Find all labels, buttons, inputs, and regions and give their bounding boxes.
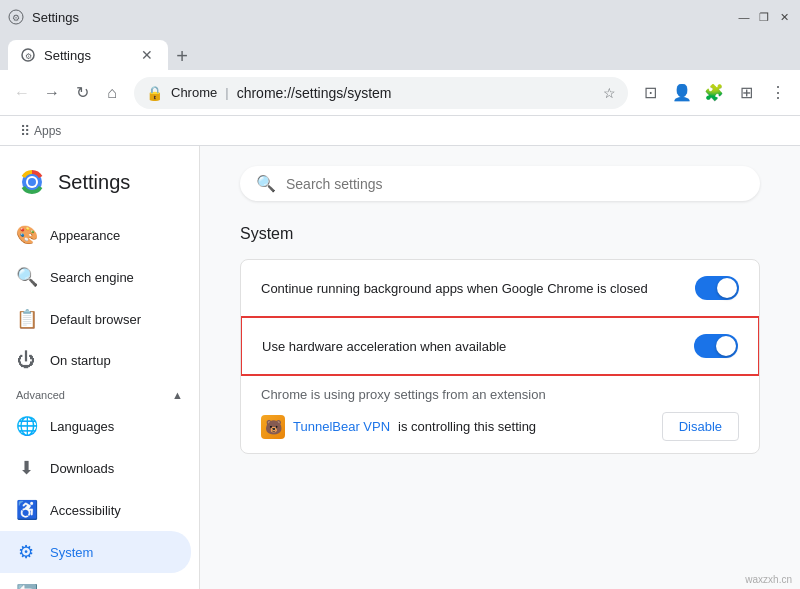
apps-grid-icon: ⠿	[20, 123, 30, 139]
lock-icon: 🔒	[146, 85, 163, 101]
back-button[interactable]: ←	[8, 79, 36, 107]
hardware-acceleration-setting: Use hardware acceleration when available	[240, 316, 760, 376]
proxy-row: Chrome is using proxy settings from an e…	[241, 375, 759, 453]
tunnelbear-icon: 🐻	[261, 415, 285, 439]
profile-icon[interactable]: 👤	[668, 79, 696, 107]
sidebar-label-appearance: Appearance	[50, 228, 120, 243]
forward-button[interactable]: →	[38, 79, 66, 107]
main-content: Settings 🎨 Appearance 🔍 Search engine 📋 …	[0, 146, 800, 589]
close-button[interactable]: ✕	[776, 9, 792, 25]
sidebar-item-languages[interactable]: 🌐 Languages	[0, 405, 191, 447]
svg-text:⚙: ⚙	[25, 52, 32, 61]
search-input[interactable]	[286, 176, 744, 192]
window-favicon: ⚙	[8, 9, 24, 25]
background-apps-label: Continue running background apps when Go…	[261, 281, 695, 296]
appearance-icon: 🎨	[16, 224, 36, 246]
on-startup-icon: ⏻	[16, 350, 36, 371]
svg-text:⚙: ⚙	[12, 13, 20, 23]
disable-button[interactable]: Disable	[662, 412, 739, 441]
hardware-acceleration-toggle[interactable]	[694, 334, 738, 358]
search-bar: 🔍	[240, 166, 760, 201]
settings-card: Continue running background apps when Go…	[240, 259, 760, 454]
apps-label: Apps	[34, 124, 61, 138]
maximize-button[interactable]: ❐	[756, 9, 772, 25]
sidebar-label-search-engine: Search engine	[50, 270, 134, 285]
apps-bookmark[interactable]: ⠿ Apps	[12, 121, 69, 141]
tab-bar: ⚙ Settings ✕ +	[0, 34, 800, 70]
sidebar-item-appearance[interactable]: 🎨 Appearance	[0, 214, 191, 256]
tab-favicon: ⚙	[20, 47, 36, 63]
nav-buttons: ← → ↻ ⌂	[8, 79, 126, 107]
settings-title: Settings	[58, 171, 130, 194]
sidebar-label-accessibility: Accessibility	[50, 503, 121, 518]
bookmarks-bar: ⠿ Apps	[0, 116, 800, 146]
sidebar-label-system: System	[50, 545, 93, 560]
search-engine-icon: 🔍	[16, 266, 36, 288]
background-apps-toggle[interactable]	[695, 276, 739, 300]
bookmark-icon[interactable]: ☆	[603, 85, 616, 101]
new-tab-button[interactable]: +	[168, 42, 196, 70]
watermark: waxzxh.cn	[745, 574, 792, 585]
background-apps-setting: Continue running background apps when Go…	[241, 260, 759, 317]
tab-close-button[interactable]: ✕	[138, 46, 156, 64]
sidebar-label-downloads: Downloads	[50, 461, 114, 476]
hardware-acceleration-label: Use hardware acceleration when available	[262, 339, 694, 354]
url-actions: ☆	[603, 85, 616, 101]
reset-icon: 🔄	[16, 583, 36, 589]
languages-icon: 🌐	[16, 415, 36, 437]
sidebar-label-default-browser: Default browser	[50, 312, 141, 327]
sidebar-label-on-startup: On startup	[50, 353, 111, 368]
address-bar: ← → ↻ ⌂ 🔒 Chrome | chrome://settings/sys…	[0, 70, 800, 116]
minimize-button[interactable]: —	[736, 9, 752, 25]
tab-title: Settings	[32, 10, 79, 25]
home-button[interactable]: ⌂	[98, 79, 126, 107]
advanced-label-text: Advanced	[16, 389, 65, 401]
sidebar-label-languages: Languages	[50, 419, 114, 434]
sidebar-item-search-engine[interactable]: 🔍 Search engine	[0, 256, 191, 298]
title-bar: ⚙ Settings — ❐ ✕	[0, 0, 800, 34]
url-text: chrome://settings/system	[237, 85, 595, 101]
site-label: Chrome	[171, 85, 217, 100]
section-title: System	[240, 225, 760, 243]
downloads-sidebar-icon: ⬇	[16, 457, 36, 479]
reload-button[interactable]: ↻	[68, 79, 96, 107]
cast-icon[interactable]: ⊞	[732, 79, 760, 107]
sidebar-item-on-startup[interactable]: ⏻ On startup	[0, 340, 191, 381]
sidebar-header: Settings	[0, 158, 199, 214]
extensions-icon[interactable]: 🧩	[700, 79, 728, 107]
svg-point-6	[28, 178, 36, 186]
url-separator: |	[225, 85, 228, 100]
proxy-label: Chrome is using proxy settings from an e…	[261, 387, 739, 402]
advanced-section-label[interactable]: Advanced ▲	[0, 381, 199, 405]
accessibility-icon: ♿	[16, 499, 36, 521]
proxy-info: 🐻 TunnelBear VPN is controlling this set…	[261, 412, 739, 441]
extension-link[interactable]: TunnelBear VPN	[293, 419, 390, 434]
sidebar-item-system[interactable]: ⚙ System	[0, 531, 191, 573]
menu-button[interactable]: ⋮	[764, 79, 792, 107]
url-bar[interactable]: 🔒 Chrome | chrome://settings/system ☆	[134, 77, 628, 109]
tab-label: Settings	[44, 48, 91, 63]
sidebar: Settings 🎨 Appearance 🔍 Search engine 📋 …	[0, 146, 200, 589]
chrome-logo	[16, 166, 48, 198]
advanced-collapse-icon: ▲	[172, 389, 183, 401]
extension-suffix: is controlling this setting	[398, 419, 536, 434]
sidebar-item-accessibility[interactable]: ♿ Accessibility	[0, 489, 191, 531]
sidebar-item-default-browser[interactable]: 📋 Default browser	[0, 298, 191, 340]
default-browser-icon: 📋	[16, 308, 36, 330]
sidebar-item-reset-clean-up[interactable]: 🔄 Reset and clean up	[0, 573, 191, 589]
toolbar-icons: ⊡ 👤 🧩 ⊞ ⋮	[636, 79, 792, 107]
content-area: 🔍 System Continue running background app…	[200, 146, 800, 589]
system-icon: ⚙	[16, 541, 36, 563]
content-search-icon: 🔍	[256, 174, 276, 193]
downloads-icon[interactable]: ⊡	[636, 79, 664, 107]
window-controls: — ❐ ✕	[736, 9, 792, 25]
settings-tab[interactable]: ⚙ Settings ✕	[8, 40, 168, 70]
sidebar-item-downloads[interactable]: ⬇ Downloads	[0, 447, 191, 489]
proxy-extension: 🐻 TunnelBear VPN is controlling this set…	[261, 415, 536, 439]
